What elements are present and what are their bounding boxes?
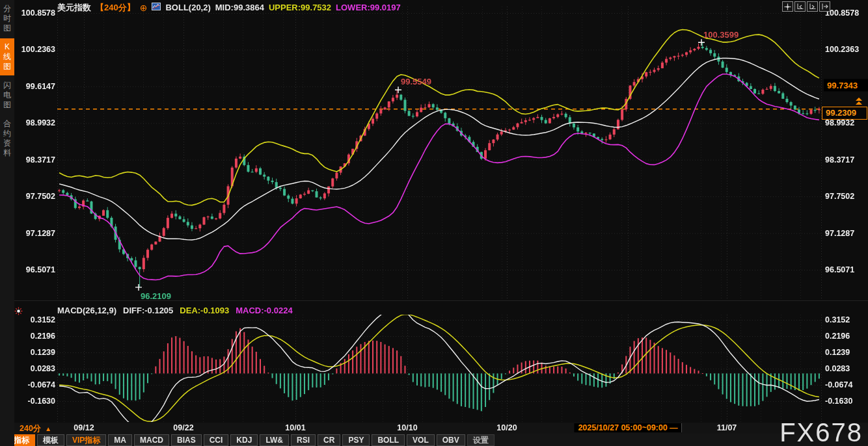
price-tick-label: 97.7502: [16, 192, 55, 201]
toolbar-button[interactable]: RSI: [291, 434, 316, 446]
macd-tick-label: 0.0283: [16, 364, 55, 373]
macd-header: MACD(26,12,9) DIFF:-0.1205 DEA:-0.1093 M…: [57, 306, 293, 315]
pan-right-icon[interactable]: [819, 1, 830, 12]
price-tick-label: 98.9932: [16, 118, 55, 127]
toolbar-button[interactable]: 设置: [467, 434, 495, 446]
sidebar-tab[interactable]: 合 约 资 料: [0, 115, 14, 162]
boll-lower-value: LOWER:99.0197: [336, 3, 401, 12]
indicator-toolbar: 指标模板VIP指标MAMACDBIASCCIKDJLW&RSICRPSYBOLL…: [8, 434, 495, 446]
date-tick-label: 09/22: [173, 423, 193, 432]
toolbar-button[interactable]: BIAS: [171, 434, 202, 446]
price-tick-label: 100.2363: [16, 45, 55, 54]
price-up-arrow-icon: [856, 98, 862, 101]
time-axis-row: [14, 423, 868, 434]
macd-macd-value: MACD:-0.0224: [236, 306, 292, 315]
toolbar-button[interactable]: KDJ: [230, 434, 258, 446]
toolbar-button[interactable]: MACD: [134, 434, 169, 446]
toolbar-button[interactable]: LW&: [260, 434, 289, 446]
price-annotation: 99.5549: [401, 77, 431, 86]
indicator-name: BOLL(20,2): [165, 3, 210, 12]
macd-tick-label: 0.3152: [825, 315, 850, 324]
macd-dea-value: DEA:-0.1093: [180, 306, 229, 315]
macd-tick-label: -0.1630: [825, 397, 852, 406]
macd-indicator-name: MACD(26,12,9): [57, 306, 116, 315]
sidebar-tab[interactable]: 分 时 图: [0, 0, 14, 37]
watermark-fx678: FX678: [780, 419, 863, 446]
macd-tick-label: 0.2196: [16, 332, 55, 341]
mini-chart-icon[interactable]: [152, 3, 161, 12]
date-tick-label: 11/07: [717, 423, 737, 432]
price-tick-label: 97.1287: [825, 229, 854, 238]
chevron-up-icon: ▲: [45, 425, 51, 432]
chart-header: 美元指数 【240分】 ⊕ BOLL(20,2) MID:99.3864 UPP…: [57, 2, 401, 13]
compress-x-left-icon[interactable]: [794, 1, 806, 12]
macd-tick-label: 0.2196: [825, 332, 850, 341]
macd-tick-label: 0.3152: [16, 315, 55, 324]
toolbar-button[interactable]: CR: [318, 434, 340, 446]
price-tick-label: 97.7502: [825, 192, 854, 201]
date-tick-label: 10/20: [496, 423, 517, 432]
boll-upper-value: UPPER:99.7532: [269, 3, 331, 12]
sidebar-tab[interactable]: 闪 电 图: [0, 77, 14, 114]
sidebar-tab[interactable]: K 线 图: [0, 38, 14, 75]
chart-toolbar-top-right: [782, 1, 830, 12]
crosshair-move-icon[interactable]: [782, 1, 793, 12]
price-up-arrow-icon: [856, 101, 862, 105]
trading-app-window: 分 时 图K 线 图闪 电 图合 约 资 料 美元指数 【240分】 ⊕ BOL…: [0, 0, 868, 446]
boll-mid-value: MID:99.3864: [215, 3, 264, 12]
chart-canvas[interactable]: [0, 0, 868, 446]
macd-tick-label: 0.1239: [16, 348, 55, 357]
price-tick-label: 97.1287: [16, 229, 55, 238]
timeframe-label: 240分: [20, 424, 41, 433]
macd-tick-label: -0.0674: [16, 380, 55, 389]
macd-tick-label: 0.1239: [825, 348, 850, 357]
price-tick-label: 96.5071: [825, 265, 854, 274]
toolbar-button[interactable]: BOLL: [372, 434, 405, 446]
symbol-name: 美元指数: [57, 2, 91, 14]
price-tick-label: 98.3717: [16, 155, 55, 164]
date-tick-label: 10/01: [285, 423, 305, 432]
current-price-tag: 99.2309: [822, 107, 867, 120]
price-tick-label: 96.5071: [16, 265, 55, 274]
date-tick-label: 2025/10/27 05:00~09:00 —: [574, 423, 681, 432]
macd-tick-label: -0.1630: [16, 397, 55, 406]
period-label[interactable]: 【240分】: [96, 2, 135, 14]
timeframe-selector[interactable]: 240分▲: [20, 423, 51, 434]
date-tick-label: 10/10: [397, 423, 417, 432]
toolbar-button[interactable]: VOL: [407, 434, 435, 446]
price-tick-label: 98.3717: [825, 155, 854, 164]
price-annotation: 100.3599: [703, 30, 739, 40]
macd-tick-label: 0.0283: [825, 364, 850, 373]
price-tick-label: 98.9932: [825, 118, 854, 127]
price-tick-label: 100.8578: [16, 8, 55, 18]
price-annotation: 96.2109: [141, 291, 171, 301]
circle-plus-icon[interactable]: ⊕: [140, 3, 148, 13]
toolbar-button[interactable]: 模板: [37, 434, 64, 446]
date-tick-label: 09/12: [74, 423, 94, 432]
sidebar: 分 时 图K 线 图闪 电 图合 约 资 料: [0, 0, 14, 446]
toolbar-button[interactable]: MA: [108, 434, 132, 446]
toolbar-button[interactable]: OBV: [437, 434, 465, 446]
macd-tick-label: -0.0674: [825, 380, 852, 389]
compress-x-right-icon[interactable]: [807, 1, 818, 12]
price-tick-label: 99.6147: [16, 82, 55, 91]
macd-diff-value: DIFF:-0.1205: [123, 306, 173, 315]
toolbar-button[interactable]: CCI: [204, 434, 229, 446]
price-tick-label: 100.2363: [825, 45, 859, 54]
boll-upper-price-tag: 99.7343: [824, 79, 868, 92]
toolbar-button[interactable]: VIP指标: [66, 434, 106, 446]
toolbar-button[interactable]: PSY: [342, 434, 370, 446]
